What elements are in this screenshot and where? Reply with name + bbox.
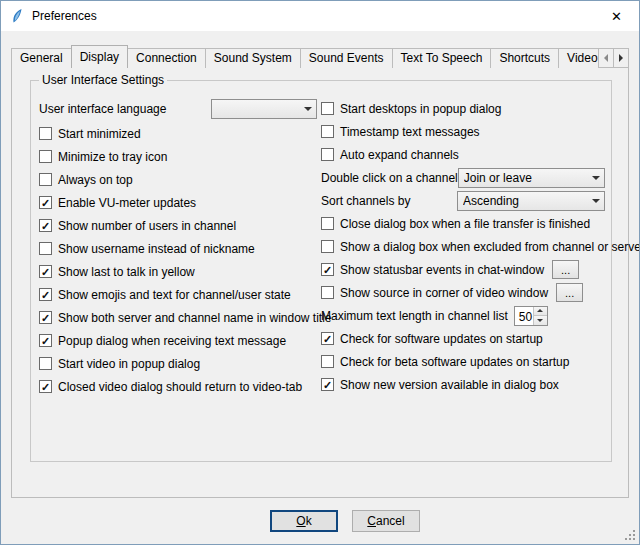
sort-channels-label: Sort channels by: [321, 194, 410, 208]
tab-text-to-speech[interactable]: Text To Speech: [392, 48, 492, 68]
tab-scroll-right-button[interactable]: [613, 48, 629, 68]
checkbox-label: Start video in popup dialog: [58, 357, 200, 371]
tab-display[interactable]: Display: [71, 45, 128, 68]
check-show-emojis-and-text[interactable]: ✓ Show emojis and text for channel/user …: [39, 283, 317, 306]
spin-down-button[interactable]: [534, 315, 547, 325]
check-start-minimized[interactable]: Start minimized: [39, 122, 317, 145]
check-show-source-in-video-corner[interactable]: Show source in corner of video window ..…: [321, 281, 605, 304]
checkbox[interactable]: [321, 148, 334, 161]
check-show-dialog-when-excluded[interactable]: Show a dialog box when excluded from cha…: [321, 235, 605, 258]
checkbox-label: Show both server and channel name in win…: [58, 311, 332, 325]
checkbox-label: Enable VU-meter updates: [58, 196, 196, 210]
checkbox[interactable]: [321, 125, 334, 138]
checkbox-label: Timestamp text messages: [340, 125, 480, 139]
close-icon: ✕: [611, 9, 622, 24]
sort-channels-by-dropdown[interactable]: Ascending: [457, 191, 605, 211]
right-column: Start desktops in popup dialog Timestamp…: [317, 97, 605, 398]
max-text-length-label: Maximum text length in channel list: [321, 309, 508, 323]
video-source-options-button[interactable]: ...: [556, 283, 583, 302]
check-timestamp-text-messages[interactable]: Timestamp text messages: [321, 120, 605, 143]
check-software-updates-on-startup[interactable]: ✓ Check for software updates on startup: [321, 327, 605, 350]
checkbox-label: Always on top: [58, 173, 133, 187]
checkbox[interactable]: [39, 242, 52, 255]
checkbox[interactable]: [321, 286, 334, 299]
check-beta-software-updates[interactable]: Check for beta software updates on start…: [321, 350, 605, 373]
group-title: User Interface Settings: [39, 73, 167, 87]
checkbox-label: Closed video dialog should return to vid…: [58, 380, 302, 394]
tabs-strip: General Display Connection Sound System …: [11, 45, 598, 68]
cancel-label: C: [367, 514, 376, 528]
statusbar-events-options-button[interactable]: ...: [552, 260, 579, 279]
checkbox-label: Show new version available in dialog box: [340, 378, 559, 392]
checkbox[interactable]: ✓: [39, 334, 52, 347]
double-click-on-channel-dropdown[interactable]: Join or leave: [458, 168, 605, 188]
checkbox[interactable]: ✓: [39, 311, 52, 324]
title-bar[interactable]: Preferences ✕: [1, 1, 639, 31]
tab-sound-events[interactable]: Sound Events: [300, 48, 393, 68]
checkbox[interactable]: ✓: [39, 265, 52, 278]
checkbox-label: Show a dialog box when excluded from cha…: [340, 240, 640, 254]
check-show-server-and-channel-in-title[interactable]: ✓ Show both server and channel name in w…: [39, 306, 317, 329]
check-show-last-to-talk-in-yellow[interactable]: ✓ Show last to talk in yellow: [39, 260, 317, 283]
check-close-dialog-when-transfer-finished[interactable]: Close dialog box when a file transfer is…: [321, 212, 605, 235]
tab-scroll-right-icon: [619, 54, 623, 62]
checkbox-label: Auto expand channels: [340, 148, 459, 162]
language-dropdown[interactable]: [211, 99, 317, 119]
checkbox[interactable]: [39, 150, 52, 163]
checkbox-label: Show last to talk in yellow: [58, 265, 195, 279]
spin-up-button[interactable]: [534, 307, 547, 316]
checkbox[interactable]: [321, 102, 334, 115]
tab-scroll-left-icon: [604, 54, 608, 62]
checkbox[interactable]: [39, 173, 52, 186]
check-always-on-top[interactable]: Always on top: [39, 168, 317, 191]
spin-down-icon: [537, 319, 543, 322]
checkbox[interactable]: ✓: [39, 196, 52, 209]
tab-shortcuts[interactable]: Shortcuts: [490, 48, 559, 68]
check-enable-vu-meter-updates[interactable]: ✓ Enable VU-meter updates: [39, 191, 317, 214]
checkbox[interactable]: ✓: [39, 219, 52, 232]
checkbox[interactable]: [321, 217, 334, 230]
check-show-new-version-dialog[interactable]: ✓ Show new version available in dialog b…: [321, 373, 605, 396]
language-row: User interface language: [39, 97, 317, 120]
checkbox-label: Close dialog box when a file transfer is…: [340, 217, 590, 231]
tab-sound-system[interactable]: Sound System: [205, 48, 301, 68]
checkbox[interactable]: [321, 240, 334, 253]
checkbox-label: Minimize to tray icon: [58, 150, 167, 164]
chevron-down-icon: [299, 100, 316, 118]
checkbox-label: Check for software updates on startup: [340, 332, 543, 346]
checkbox[interactable]: [39, 357, 52, 370]
checkbox[interactable]: ✓: [321, 332, 334, 345]
check-auto-expand-channels[interactable]: Auto expand channels: [321, 143, 605, 166]
tab-bar: General Display Connection Sound System …: [11, 45, 629, 68]
checkbox[interactable]: [39, 127, 52, 140]
check-show-username-instead-of-nickname[interactable]: Show username instead of nickname: [39, 237, 317, 260]
checkbox-label: Show source in corner of video window: [340, 286, 548, 300]
cancel-button[interactable]: Cancel: [352, 510, 420, 532]
ok-button[interactable]: Ok: [270, 510, 338, 532]
checkbox[interactable]: ✓: [321, 263, 334, 276]
check-show-number-of-users[interactable]: ✓ Show number of users in channel: [39, 214, 317, 237]
close-button[interactable]: ✕: [594, 1, 639, 31]
resize-grip[interactable]: [624, 529, 637, 542]
preferences-window: Preferences ✕ General Display Connection…: [0, 0, 640, 545]
tab-general[interactable]: General: [11, 48, 72, 68]
language-label: User interface language: [39, 102, 166, 116]
checkbox-label: Start desktops in popup dialog: [340, 102, 501, 116]
tab-connection[interactable]: Connection: [127, 48, 206, 68]
checkbox[interactable]: ✓: [39, 288, 52, 301]
max-text-length-input[interactable]: 50: [514, 306, 548, 326]
checkbox[interactable]: [321, 355, 334, 368]
check-show-statusbar-events[interactable]: ✓ Show statusbar events in chat-window .…: [321, 258, 605, 281]
check-popup-dialog-on-text-message[interactable]: ✓ Popup dialog when receiving text messa…: [39, 329, 317, 352]
sort-channels-by-row: Sort channels by Ascending: [321, 189, 605, 212]
checkbox[interactable]: ✓: [321, 378, 334, 391]
tab-video[interactable]: Video: [558, 48, 598, 68]
tab-scroll-left-button[interactable]: [598, 48, 614, 68]
checkbox[interactable]: ✓: [39, 380, 52, 393]
check-closed-video-return-to-video-tab[interactable]: ✓ Closed video dialog should return to v…: [39, 375, 317, 398]
check-start-video-in-popup-dialog[interactable]: Start video in popup dialog: [39, 352, 317, 375]
check-start-desktops-in-popup-dialog[interactable]: Start desktops in popup dialog: [321, 97, 605, 120]
check-minimize-to-tray-icon[interactable]: Minimize to tray icon: [39, 145, 317, 168]
max-text-length-row: Maximum text length in channel list 50: [321, 304, 605, 327]
dropdown-value: Join or leave: [464, 171, 587, 185]
